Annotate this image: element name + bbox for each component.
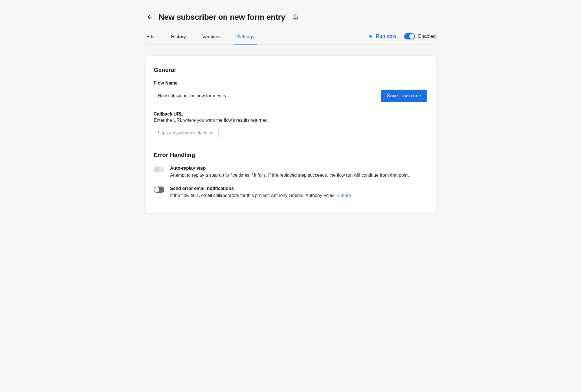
back-arrow-icon[interactable] xyxy=(147,14,153,21)
auto-replay-title: Auto-replay step xyxy=(170,166,410,171)
bell-off-icon[interactable] xyxy=(292,14,299,20)
svg-marker-2 xyxy=(369,35,373,38)
flow-name-input[interactable] xyxy=(154,90,377,102)
callback-url-input[interactable] xyxy=(154,127,219,139)
run-now-label: Run now xyxy=(376,34,396,39)
flow-name-label: Flow Name xyxy=(154,81,427,86)
settings-card: General Flow Name Save flow name Callbac… xyxy=(145,56,436,213)
save-flow-name-button[interactable]: Save flow name xyxy=(381,90,427,102)
page-title: New subscriber on new form entry xyxy=(159,13,285,22)
tab-versions[interactable]: Versions xyxy=(202,31,221,44)
email-notify-toggle[interactable] xyxy=(154,187,164,193)
callback-url-hint: Enter the URL where you want the flow's … xyxy=(154,118,427,123)
tab-edit[interactable]: Edit xyxy=(146,31,155,44)
error-handling-section-title: Error Handling xyxy=(154,152,427,158)
email-notify-desc: If the flow fails, email collaborators f… xyxy=(170,192,351,199)
email-notify-title: Send error email notifications xyxy=(170,186,351,191)
play-icon xyxy=(369,34,373,39)
auto-replay-desc: Attempt to replay a step up to five time… xyxy=(170,172,410,179)
callback-url-label: Callback URL xyxy=(154,112,427,117)
tabs-bar: Edit History Versions Settings Run now E… xyxy=(145,31,436,45)
auto-replay-toggle[interactable] xyxy=(154,166,164,172)
tab-history[interactable]: History xyxy=(171,31,186,44)
tab-settings[interactable]: Settings xyxy=(237,31,254,44)
run-now-button[interactable]: Run now xyxy=(369,34,396,39)
enabled-toggle[interactable] xyxy=(404,33,415,39)
email-notify-more-link[interactable]: 1 more xyxy=(337,193,351,198)
enabled-label: Enabled xyxy=(418,34,436,39)
general-section-title: General xyxy=(154,67,427,73)
